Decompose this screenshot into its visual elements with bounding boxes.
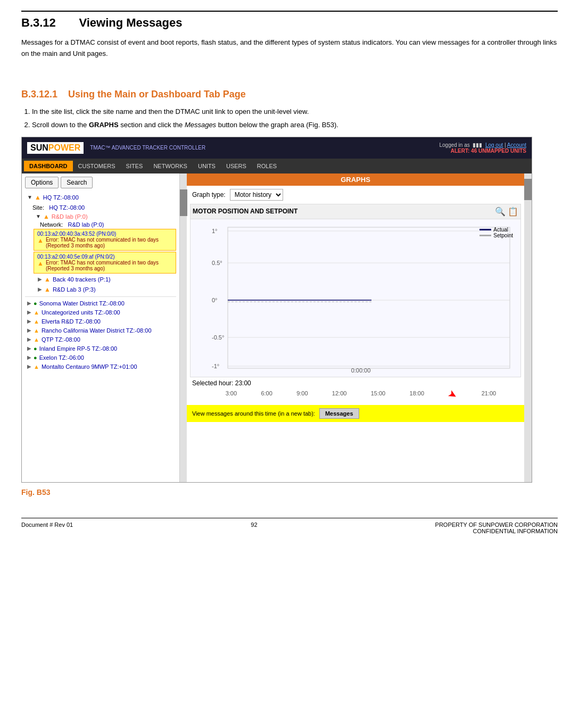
doc-footer: Document # Rev 01 92 PROPERTY OF SUNPOWE…: [21, 518, 558, 534]
back40-item[interactable]: ▶ ▲ Back 40 trackers (P:1): [36, 275, 176, 284]
right-panel-scrollbar[interactable]: [524, 173, 532, 482]
export-icon[interactable]: 📋: [508, 206, 518, 217]
nav-roles[interactable]: ROLES: [252, 161, 282, 171]
sidebar-scroll-thumb[interactable]: [180, 189, 187, 216]
exelon-item[interactable]: ▶ ● Exelon TZ:-06:00: [25, 353, 176, 362]
intro-paragraph: Messages for a DTMAC consist of event an…: [21, 37, 558, 60]
messages-button[interactable]: Messages: [319, 408, 359, 419]
site-row: Site: HQ TZ:-08:00: [30, 203, 176, 212]
error1-warn-icon: ▲: [37, 237, 44, 244]
time-label-5: 18:00: [410, 390, 425, 401]
options-button[interactable]: Options: [25, 177, 59, 188]
main-content: Options Search ▼ ▲ HQ TZ:-08:00 Site: HQ…: [22, 173, 532, 482]
graph-title-row: MOTOR POSITION AND SETPOINT 🔍 📋: [191, 204, 520, 219]
time-label-2: 9:00: [296, 390, 308, 401]
legend: Actual Setpoint: [479, 227, 513, 238]
search-button[interactable]: Search: [61, 177, 93, 188]
sonoma-ok-icon: ●: [34, 300, 37, 307]
graph-type-select[interactable]: Motor history: [230, 189, 283, 201]
time-label-1: 6:00: [261, 390, 272, 401]
rndlab3-item[interactable]: ▶ ▲ R&D Lab 3 (P:3): [36, 285, 176, 294]
time-label-0: 3:00: [226, 390, 237, 401]
rndlab3-warn-icon: ▲: [44, 286, 51, 293]
uncategorized-item[interactable]: ▶ ▲ Uncategorized units TZ:-08:00: [25, 308, 176, 317]
legend-actual: Actual: [479, 227, 513, 233]
svg-text:0:00:00: 0:00:00: [351, 367, 371, 374]
legend-setpoint: Setpoint: [479, 233, 513, 238]
svg-text:-0.5°: -0.5°: [212, 334, 224, 341]
back40-expand-icon: ▶: [38, 276, 42, 282]
svg-text:0.5°: 0.5°: [212, 260, 222, 266]
inland-ok-icon: ●: [34, 345, 37, 352]
sonoma-item[interactable]: ▶ ● Sonoma Water District TZ:-08:00: [25, 299, 176, 308]
qtp-warn-icon: ▲: [34, 336, 39, 343]
divider-1: [25, 296, 176, 297]
sidebar-scrollbar[interactable]: [180, 173, 187, 482]
error-item-1[interactable]: 00:13:a2:00:40:3a:43:52 (PN:0/0) ▲ Error…: [34, 229, 176, 251]
hq-label: HQ TZ:-08:00: [43, 194, 79, 201]
chart-svg: 1° 0.5° 0° -0.5° -1°: [212, 225, 515, 374]
nav-networks[interactable]: NETWORKS: [148, 161, 193, 171]
page-title: Viewing Messages: [79, 16, 182, 29]
svg-text:0°: 0°: [212, 297, 218, 303]
inland-expand-icon: ▶: [27, 345, 31, 351]
footer-right: PROPERTY OF SUNPOWER CORPORATION CONFIDE…: [435, 522, 558, 534]
logo: SUNPOWER: [27, 142, 84, 154]
nav-bar: DASHBOARD CUSTOMERS SITES NETWORKS UNITS…: [22, 159, 532, 173]
rnd-section: ▼ ▲ R&D lab (P:0) Network: R&D lab (P:0)…: [34, 212, 176, 294]
rancho-item[interactable]: ▶ ▲ Rancho California Water District TZ:…: [25, 326, 176, 335]
rnd-warn-icon: ▲: [43, 213, 49, 220]
svg-rect-10: [228, 227, 510, 368]
section-number: B.3.12: [21, 16, 56, 29]
sidebar-buttons: Options Search: [25, 177, 176, 188]
rancho-expand-icon: ▶: [27, 327, 31, 333]
time-axis: 3:00 6:00 9:00 12:00 15:00 18:00 ➤ 21:00: [187, 389, 524, 403]
time-label-4: 15:00: [371, 390, 386, 401]
montalto-item[interactable]: ▶ ▲ Montalto Centauro 9MWP TZ:+01:00: [25, 362, 176, 371]
right-panel-wrap: GRAPHS Graph type: Motor history MOTOR P…: [187, 173, 532, 482]
fig-label: Fig. B53: [21, 488, 558, 497]
alert-text: ALERT: 46 UNMAPPED UNITS: [439, 148, 526, 154]
back40-warn-icon: ▲: [44, 276, 51, 283]
sidebar: Options Search ▼ ▲ HQ TZ:-08:00 Site: HQ…: [22, 173, 180, 482]
elverta-item[interactable]: ▶ ▲ Elverta R&D TZ:-08:00: [25, 317, 176, 326]
magnify-icon[interactable]: 🔍: [495, 206, 506, 217]
elverta-expand-icon: ▶: [27, 318, 31, 324]
error-item-2[interactable]: 00:13:a2:00:40:5e:09:af (PN:0/2) ▲ Error…: [34, 252, 176, 274]
step2-italic: Messages: [185, 121, 216, 129]
hq-collapse-icon: ▼: [27, 194, 32, 200]
graph-inner: MOTOR POSITION AND SETPOINT 🔍 📋 1°: [190, 204, 521, 377]
montalto-warn-icon: ▲: [34, 363, 39, 370]
nav-units[interactable]: UNITS: [193, 161, 221, 171]
exelon-expand-icon: ▶: [27, 354, 31, 360]
error2-warn-icon: ▲: [37, 260, 44, 267]
nav-dashboard[interactable]: DASHBOARD: [24, 161, 73, 171]
nav-sites[interactable]: SITES: [121, 161, 148, 171]
tmac-header: SUNPOWER TMAC™ ADVANCED TRACKER CONTROLL…: [22, 137, 532, 159]
time-label-3: 12:00: [332, 390, 347, 401]
header-right: Logged in as ▮▮▮ Log out | Account ALERT…: [439, 142, 526, 154]
sonoma-expand-icon: ▶: [27, 300, 31, 306]
qtp-item[interactable]: ▶ ▲ QTP TZ:-08:00: [25, 335, 176, 344]
hq-item[interactable]: ▼ ▲ HQ TZ:-08:00: [25, 193, 176, 202]
qtp-expand-icon: ▶: [27, 336, 31, 342]
step-2: Scroll down to the GRAPHS section and cl…: [32, 120, 558, 130]
uncategorized-expand-icon: ▶: [27, 309, 31, 315]
rancho-warn-icon: ▲: [34, 327, 39, 334]
right-panel-scroll-thumb[interactable]: [524, 179, 532, 200]
montalto-expand-icon: ▶: [27, 363, 31, 369]
chart-title: MOTOR POSITION AND SETPOINT: [193, 208, 297, 215]
inland-item[interactable]: ▶ ● Inland Empire RP-5 TZ:-08:00: [25, 344, 176, 353]
time-label-6: 21:00: [482, 390, 497, 401]
svg-text:1°: 1°: [212, 228, 218, 234]
red-arrow-icon: ➤: [446, 386, 460, 402]
rndlab3-expand-icon: ▶: [38, 286, 42, 292]
footer-left: Document # Rev 01: [21, 522, 73, 534]
step-1: In the site list, click the site name an…: [32, 106, 558, 117]
rnd-lab-item[interactable]: ▼ ▲ R&D lab (P:0): [34, 212, 176, 221]
nav-users[interactable]: USERS: [221, 161, 252, 171]
nav-customers[interactable]: CUSTOMERS: [73, 161, 121, 171]
right-panel: GRAPHS Graph type: Motor history MOTOR P…: [187, 173, 524, 482]
rnd-collapse-icon: ▼: [36, 213, 41, 219]
uncategorized-warn-icon: ▲: [34, 309, 39, 316]
